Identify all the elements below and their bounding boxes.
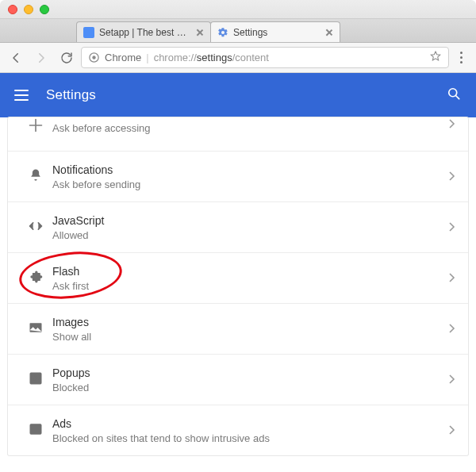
- macos-titlebar: [0, 0, 476, 19]
- back-button[interactable]: [5, 47, 27, 69]
- ad-icon: [28, 421, 44, 440]
- row-title: Notifications: [52, 163, 449, 176]
- settings-row-flash[interactable]: Flash Ask first: [8, 252, 468, 303]
- chevron-right-icon: [449, 221, 455, 235]
- location-icon: [28, 117, 44, 136]
- row-subtitle: Show all: [52, 331, 449, 343]
- svg-point-1: [92, 56, 95, 59]
- settings-header: Settings: [0, 73, 476, 117]
- row-title: Images: [52, 316, 449, 328]
- browser-toolbar: Chrome | chrome://settings/content: [0, 43, 476, 73]
- code-icon: [28, 218, 44, 237]
- window-close-button[interactable]: [8, 5, 17, 14]
- browser-menu-button[interactable]: [452, 48, 470, 67]
- row-subtitle: Ask before sending: [52, 178, 449, 190]
- settings-title: Settings: [46, 87, 96, 103]
- tab-setapp[interactable]: Setapp | The best app: [76, 21, 211, 42]
- tab-title: Setapp | The best app: [99, 27, 191, 38]
- bookmark-star-icon[interactable]: [429, 50, 442, 65]
- chevron-right-icon: [449, 117, 455, 132]
- puzzle-icon: [28, 269, 44, 288]
- settings-row-javascript[interactable]: JavaScript Allowed: [8, 201, 468, 252]
- tab-bar: Setapp | The best app Settings: [0, 19, 476, 43]
- settings-row-ads[interactable]: Ads Blocked on sites that tend to show i…: [8, 405, 468, 455]
- window-maximize-button[interactable]: [40, 5, 49, 14]
- menu-icon[interactable]: [14, 90, 29, 101]
- settings-row-popups[interactable]: Popups Blocked: [8, 354, 468, 405]
- row-title: Ads: [52, 417, 449, 430]
- url-display: chrome://settings/content: [154, 52, 269, 63]
- search-icon[interactable]: [446, 86, 462, 105]
- bell-icon: [28, 167, 44, 186]
- popup-icon: [28, 370, 44, 389]
- row-subtitle: Blocked on sites that tend to show intru…: [52, 432, 449, 444]
- row-subtitle: Ask first: [52, 280, 449, 292]
- scheme-label: Chrome: [105, 52, 141, 63]
- row-title: Popups: [52, 366, 449, 379]
- settings-row-notifications[interactable]: Notifications Ask before sending: [8, 151, 468, 201]
- address-bar[interactable]: Chrome | chrome://settings/content: [81, 47, 449, 68]
- forward-button[interactable]: [30, 47, 52, 69]
- row-title: Flash: [52, 265, 449, 278]
- tab-close-icon[interactable]: [196, 29, 204, 36]
- chevron-right-icon: [449, 322, 455, 336]
- image-icon: [28, 320, 44, 339]
- reload-button[interactable]: [56, 47, 78, 69]
- chevron-right-icon: [449, 170, 455, 184]
- tab-close-icon[interactable]: [325, 29, 333, 36]
- row-subtitle: Blocked: [52, 382, 449, 393]
- content-settings-list: Ask before accessing Notifications Ask b…: [8, 117, 468, 455]
- settings-row-images[interactable]: Images Show all: [8, 303, 468, 354]
- row-title: JavaScript: [52, 214, 449, 227]
- window-minimize-button[interactable]: [24, 5, 33, 14]
- setapp-favicon: [83, 27, 94, 38]
- row-subtitle: Ask before accessing: [52, 122, 449, 134]
- chevron-right-icon: [449, 424, 455, 438]
- chrome-scheme-badge: Chrome: [88, 52, 141, 63]
- settings-favicon: [217, 27, 228, 38]
- settings-row-location[interactable]: Ask before accessing: [8, 117, 468, 151]
- chevron-right-icon: [449, 271, 455, 286]
- svg-rect-5: [30, 424, 40, 434]
- tab-settings[interactable]: Settings: [210, 21, 340, 42]
- row-subtitle: Allowed: [52, 229, 449, 241]
- tab-title: Settings: [233, 27, 321, 38]
- chevron-right-icon: [449, 373, 455, 387]
